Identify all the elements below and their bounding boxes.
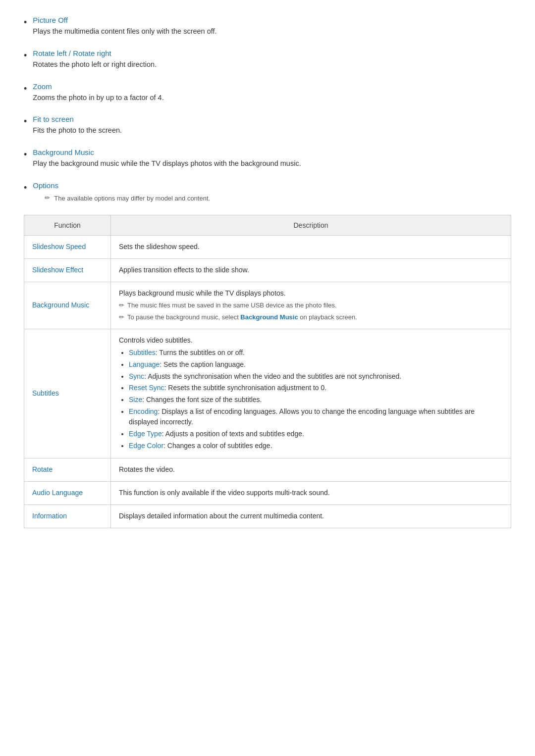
table-row: Background Music Plays background music …	[24, 282, 511, 329]
bullet-title-options: Options	[33, 181, 210, 190]
func-background-music: Background Music	[24, 282, 111, 329]
bullet-dot: •	[24, 83, 27, 95]
list-item: Reset Sync: Resets the subtitle synchron…	[129, 383, 503, 394]
bullet-content: Options ✏ The available options may diff…	[33, 181, 210, 203]
func-information: Information	[24, 504, 111, 528]
table-row: Slideshow Effect Applies transition effe…	[24, 258, 511, 282]
language-text: : Sets the caption language.	[160, 360, 246, 368]
bullet-content: Fit to screen Fits the photo to the scre…	[33, 115, 122, 136]
list-item: Edge Color: Changes a color of subtitles…	[129, 441, 503, 452]
list-item: Language: Sets the caption language.	[129, 359, 503, 370]
table-header-row: Function Description	[24, 215, 511, 236]
bullet-desc-rotate: Rotates the photo left or right directio…	[33, 59, 157, 70]
list-item: Subtitles: Turns the subtitles on or off…	[129, 348, 503, 358]
size-text: : Changes the font size of the subtitles…	[142, 396, 262, 403]
desc-slideshow-speed: Sets the slideshow speed.	[111, 236, 511, 259]
col-function: Function	[24, 215, 111, 236]
bullet-title-background-music: Background Music	[33, 148, 301, 156]
desc-subtitles: Controls video subtitles. Subtitles: Tur…	[111, 329, 511, 458]
func-subtitles: Subtitles	[24, 329, 111, 458]
bullet-content: Rotate left / Rotate right Rotates the p…	[33, 49, 157, 70]
sync-text: : Adjusts the synchronisation when the v…	[144, 372, 401, 380]
bullet-dot: •	[24, 16, 27, 29]
bullet-dot: •	[24, 182, 27, 194]
desc-audio-language: This function is only available if the v…	[111, 482, 511, 505]
desc-rotate: Rotates the video.	[111, 458, 511, 482]
bullet-content: Picture Off Plays the multimedia content…	[33, 16, 216, 37]
bullet-content: Zoom Zooms the photo in by up to a facto…	[33, 82, 163, 103]
options-note-block: ✏ The available options may differ by mo…	[45, 194, 210, 203]
bullet-title-picture-off: Picture Off	[33, 16, 216, 24]
options-note-text: The available options may differ by mode…	[54, 194, 210, 203]
func-rotate: Rotate	[24, 458, 111, 482]
bg-music-main-desc: Plays background music while the TV disp…	[119, 288, 503, 299]
bg-music-note-1: ✏ The music files must be saved in the s…	[119, 301, 503, 310]
list-item: Edge Type: Adjusts a position of texts a…	[129, 429, 503, 440]
bullet-desc-zoom: Zooms the photo in by up to a factor of …	[33, 93, 163, 103]
func-audio-language: Audio Language	[24, 482, 111, 505]
col-description: Description	[111, 215, 511, 236]
bullet-dot: •	[24, 115, 27, 128]
reset-sync-text: : Resets the subtitle synchronisation ad…	[164, 384, 327, 392]
subtitles-main-desc: Controls video subtitles.	[119, 335, 503, 346]
bullet-desc-fit-to-screen: Fits the photo to the screen.	[33, 125, 122, 136]
edge-color-text: : Changes a color of subtitles edge.	[163, 442, 272, 450]
pencil-icon: ✏	[119, 301, 124, 310]
edge-type-text: : Adjusts a position of texts and subtit…	[162, 430, 304, 438]
encoding-label: Encoding	[129, 407, 158, 415]
func-slideshow-effect: Slideshow Effect	[24, 258, 111, 282]
pencil-icon: ✏	[119, 312, 124, 322]
bullet-rotate: • Rotate left / Rotate right Rotates the…	[24, 49, 511, 70]
desc-slideshow-effect: Applies transition effects to the slide …	[111, 258, 511, 282]
bullet-dot: •	[24, 149, 27, 161]
table-row: Audio Language This function is only ava…	[24, 482, 511, 505]
bullet-fit-to-screen: • Fit to screen Fits the photo to the sc…	[24, 115, 511, 136]
bullet-zoom: • Zoom Zooms the photo in by up to a fac…	[24, 82, 511, 103]
edge-type-label: Edge Type	[129, 430, 162, 438]
bg-music-bold: Background Music	[240, 313, 298, 321]
edge-color-label: Edge Color	[129, 442, 163, 450]
bullet-title-zoom: Zoom	[33, 82, 163, 91]
bg-music-note-2-text: To pause the background music, select Ba…	[127, 312, 357, 322]
bullet-options: • Options ✏ The available options may di…	[24, 181, 511, 203]
bullet-content: Background Music Play the background mus…	[33, 148, 301, 169]
encoding-text: : Displays a list of encoding languages.…	[129, 407, 475, 426]
table-row: Slideshow Speed Sets the slideshow speed…	[24, 236, 511, 259]
table-row: Subtitles Controls video subtitles. Subt…	[24, 329, 511, 458]
bullet-dot: •	[24, 50, 27, 62]
table-row: Information Displays detailed informatio…	[24, 504, 511, 528]
func-slideshow-speed: Slideshow Speed	[24, 236, 111, 259]
subtitles-bullet-list: Subtitles: Turns the subtitles on or off…	[119, 348, 503, 451]
bullet-title-rotate: Rotate left / Rotate right	[33, 49, 157, 57]
list-item: Sync: Adjusts the synchronisation when t…	[129, 371, 503, 382]
bullet-desc-picture-off: Plays the multimedia content files only …	[33, 26, 216, 37]
bullet-desc-background-music: Play the background music while the TV d…	[33, 158, 301, 169]
language-label: Language	[129, 360, 160, 368]
list-item: Size: Changes the font size of the subti…	[129, 395, 503, 405]
sync-label: Sync	[129, 372, 144, 380]
bg-music-note-1-text: The music files must be saved in the sam…	[127, 301, 337, 310]
subtitles-text: : Turns the subtitles on or off.	[156, 349, 245, 356]
bullet-background-music: • Background Music Play the background m…	[24, 148, 511, 169]
desc-information: Displays detailed information about the …	[111, 504, 511, 528]
list-item: Encoding: Displays a list of encoding la…	[129, 406, 503, 428]
bullet-picture-off: • Picture Off Plays the multimedia conte…	[24, 16, 511, 37]
bg-music-note-2: ✏ To pause the background music, select …	[119, 312, 503, 322]
reset-sync-label: Reset Sync	[129, 384, 164, 392]
pencil-icon: ✏	[45, 194, 50, 202]
desc-background-music: Plays background music while the TV disp…	[111, 282, 511, 329]
subtitles-label: Subtitles	[129, 349, 156, 356]
table-row: Rotate Rotates the video.	[24, 458, 511, 482]
rotate-left-label: Rotate left / Rotate right	[33, 49, 111, 57]
size-label: Size	[129, 396, 142, 403]
function-table: Function Description Slideshow Speed Set…	[24, 215, 511, 528]
bullet-title-fit-to-screen: Fit to screen	[33, 115, 122, 123]
